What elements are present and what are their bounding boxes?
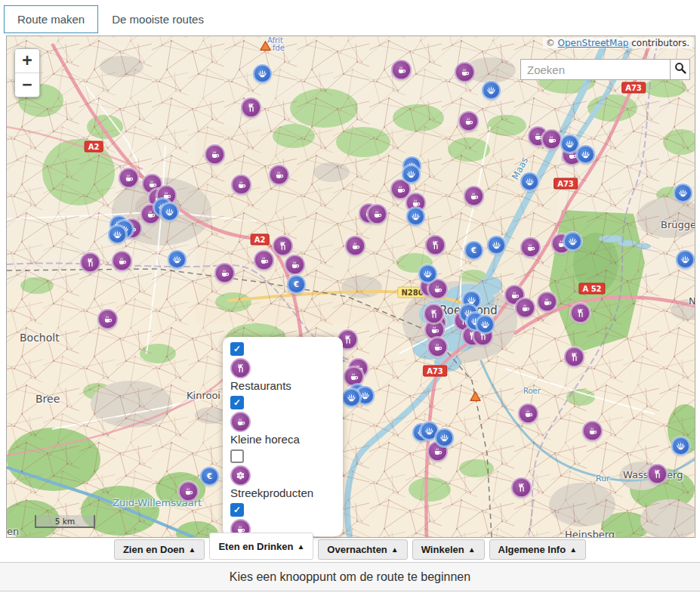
map-canvas[interactable]: BocholtBreeKinrooiRoermondBrüggenWassenb… <box>6 36 695 538</box>
map-marker-restaurant[interactable] <box>564 347 584 367</box>
map-marker-cafe[interactable] <box>269 165 289 185</box>
map-marker-poi[interactable] <box>671 437 690 455</box>
map-marker-cafe[interactable] <box>427 337 448 357</box>
filter-label: Streekproducten <box>230 486 313 499</box>
map-marker-poi[interactable] <box>108 225 127 244</box>
map-label: N <box>689 295 695 307</box>
scale-label: 5 km <box>55 517 75 526</box>
category-zien-en-doen[interactable]: Zien en Doen▲ <box>114 539 205 560</box>
map-marker-cafe[interactable] <box>119 168 139 188</box>
map-label: Bocholt <box>20 332 60 344</box>
filter-item-streekproducten: Streekproducten <box>230 449 343 499</box>
svg-text:€: € <box>293 280 299 289</box>
map-marker-poi[interactable] <box>476 315 495 334</box>
map-marker-cafe[interactable] <box>518 403 538 424</box>
map-marker-restaurant[interactable] <box>647 464 668 484</box>
tab-route-maken[interactable]: Route maken <box>4 5 98 33</box>
category-winkelen[interactable]: Winkelen▲ <box>412 539 485 560</box>
map-marker-poi[interactable] <box>676 250 695 269</box>
map-marker-cafe[interactable] <box>254 250 274 270</box>
map-marker-cafe[interactable] <box>205 144 225 165</box>
map-marker-poi[interactable] <box>563 232 582 251</box>
map-marker-cafe[interactable] <box>455 62 475 82</box>
map-marker-poi[interactable] <box>520 172 539 191</box>
map-marker-cafe[interactable] <box>97 309 118 329</box>
road-shield: A73 <box>554 178 578 190</box>
map-marker-restaurant[interactable] <box>570 303 591 323</box>
zoom-control: + − <box>14 48 40 97</box>
map-marker-euro[interactable]: € <box>287 275 306 294</box>
map-marker-cafe[interactable] <box>582 421 603 441</box>
map-marker-cafe[interactable] <box>112 251 132 271</box>
map-marker-poi[interactable] <box>674 184 692 202</box>
magnifier-icon <box>674 62 686 77</box>
cafe-icon <box>230 412 251 432</box>
map-marker-poi[interactable] <box>253 64 272 83</box>
map-label: Brüggen <box>661 219 695 230</box>
category-algemene-info[interactable]: Algemene Info▲ <box>489 539 586 560</box>
map-marker-restaurant[interactable] <box>273 236 293 256</box>
category-eten-en-drinken[interactable]: Eten en Drinken▲ <box>209 533 313 560</box>
filter-item-kleine-horeca: Kleine horeca <box>230 396 343 446</box>
map-marker-cafe[interactable] <box>391 60 412 80</box>
svg-text:€: € <box>470 246 476 255</box>
map-marker-cafe[interactable] <box>464 186 484 206</box>
map-marker-poi[interactable] <box>576 145 595 164</box>
map-marker-restaurant[interactable] <box>80 252 100 273</box>
restaurants-checkbox[interactable] <box>230 342 244 356</box>
map-marker-restaurant[interactable] <box>241 97 261 118</box>
status-message: Kies een knooppunt om de route te beginn… <box>230 570 470 584</box>
map-marker-cafe[interactable] <box>367 204 387 224</box>
map-attribution: © OpenStreetMap contributors. <box>543 38 692 48</box>
map-marker-poi[interactable] <box>487 236 506 255</box>
map-marker-cafe[interactable] <box>537 292 557 312</box>
map-marker-restaurant[interactable] <box>511 477 532 498</box>
kleine-horeca-checkbox[interactable] <box>230 396 244 409</box>
map-label: Bree <box>35 393 60 405</box>
map-marker-cafe[interactable] <box>515 298 535 318</box>
map-marker-restaurant[interactable] <box>425 235 446 255</box>
category-label: Overnachten <box>327 544 387 555</box>
category-overnachten[interactable]: Overnachten▲ <box>318 539 407 560</box>
map-marker-poi[interactable] <box>418 264 437 283</box>
restaurant-icon <box>230 358 251 378</box>
map-marker-poi[interactable] <box>482 81 501 100</box>
map-marker-euro[interactable]: € <box>464 241 483 260</box>
zoom-out-button[interactable]: − <box>15 73 39 97</box>
chevron-up-icon: ▲ <box>391 545 399 554</box>
map-marker-restaurant[interactable] <box>424 304 444 324</box>
category-bar: Zien en Doen▲ Eten en Drinken▲ Overnacht… <box>0 539 700 560</box>
page: Route maken De mooiste routes <box>0 0 700 596</box>
search-button[interactable] <box>670 59 690 80</box>
map-marker-cafe[interactable] <box>541 129 562 150</box>
category-label: Winkelen <box>421 544 464 555</box>
map-marker-poi[interactable] <box>342 388 361 407</box>
map-marker-cafe[interactable] <box>214 263 235 283</box>
map-marker-poi[interactable] <box>168 250 187 269</box>
chevron-up-icon: ▲ <box>569 545 577 554</box>
map-marker-cafe[interactable] <box>345 236 365 256</box>
search-input[interactable] <box>520 59 670 80</box>
streekproducten-checkbox[interactable] <box>230 449 244 463</box>
map-marker-cafe[interactable] <box>285 255 305 275</box>
zoom-in-button[interactable]: + <box>15 49 39 73</box>
terras-lounge-checkbox[interactable] <box>230 503 244 517</box>
map-marker-cafe[interactable] <box>231 174 251 195</box>
filter-label: Kleine horeca <box>230 433 300 446</box>
svg-text:€: € <box>206 472 212 480</box>
map-marker-cafe[interactable] <box>178 481 199 502</box>
map-marker-poi[interactable] <box>435 428 454 447</box>
map-marker-poi[interactable] <box>402 165 421 184</box>
map-marker-cafe[interactable] <box>520 237 541 258</box>
map-marker-cafe[interactable] <box>458 111 479 131</box>
openstreetmap-link[interactable]: OpenStreetMap <box>558 38 629 48</box>
map-marker-poi[interactable] <box>406 207 425 226</box>
road-shield: A73 <box>621 82 646 94</box>
road-shield: A2 <box>85 141 103 153</box>
map-label: fde <box>273 44 285 52</box>
map-marker-euro[interactable]: € <box>200 467 219 486</box>
map-marker-poi[interactable] <box>160 202 179 221</box>
filter-label: Restaurants <box>230 379 291 392</box>
copyright-symbol: © <box>546 38 555 48</box>
tab-de-mooiste-routes[interactable]: De mooiste routes <box>98 5 217 33</box>
